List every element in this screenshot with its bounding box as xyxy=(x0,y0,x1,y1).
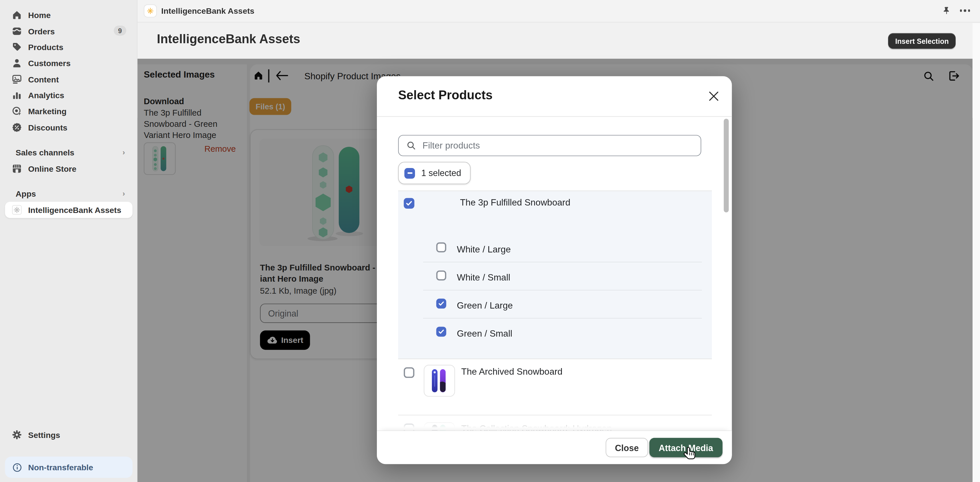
variant-row[interactable]: White / Large xyxy=(398,233,712,262)
close-icon[interactable] xyxy=(707,89,721,103)
target-cursor-icon xyxy=(11,105,23,117)
sidebar-item-label: IntelligenceBank Assets xyxy=(28,205,121,215)
variant-row[interactable]: Green / Large xyxy=(398,290,712,318)
list-divider xyxy=(398,358,712,359)
close-button[interactable]: Close xyxy=(605,438,648,457)
sidebar-item-label: Content xyxy=(28,75,59,84)
variant-checkbox-unchecked[interactable] xyxy=(436,271,446,281)
sidebar-item-discounts[interactable]: Discounts xyxy=(5,119,132,136)
section-label: Apps xyxy=(16,189,36,198)
row-divider xyxy=(423,290,702,290)
attach-media-button[interactable]: Attach Media xyxy=(649,438,722,457)
sidebar-item-label: Orders xyxy=(28,27,55,36)
variant-label: Green / Large xyxy=(457,301,512,311)
product-name[interactable]: The 3p Fulfilled Snowboard xyxy=(460,198,570,208)
sidebar-item-intelligencebank-assets[interactable]: IntelligenceBank Assets xyxy=(5,202,132,218)
banner-label: Non-transferable xyxy=(28,463,93,472)
variant-row[interactable]: Green / Small xyxy=(398,318,712,346)
home-icon xyxy=(11,9,23,21)
sidebar-item-customers[interactable]: Customers xyxy=(5,55,132,71)
sidebar-item-label: Settings xyxy=(28,430,60,440)
pin-icon[interactable] xyxy=(941,6,952,16)
modal-footer: Close Attach Media xyxy=(377,430,732,464)
more-menu-icon[interactable] xyxy=(960,10,970,12)
sidebar-item-label: Home xyxy=(28,10,51,20)
storefront-icon xyxy=(11,162,23,175)
window-right-gutter xyxy=(972,23,980,482)
page-title: IntelligenceBank Assets xyxy=(157,32,301,46)
search-icon xyxy=(406,141,417,151)
indeterminate-checkbox[interactable] xyxy=(404,168,415,178)
section-label: Sales channels xyxy=(16,148,75,157)
sidebar-item-label: Analytics xyxy=(28,90,64,100)
app-favicon xyxy=(144,5,156,17)
image-icon xyxy=(11,73,23,86)
sidebar-item-online-store[interactable]: Online Store xyxy=(5,160,132,177)
sidebar-item-label: Discounts xyxy=(28,123,67,132)
page-header: IntelligenceBank Assets Insert Selection xyxy=(137,23,980,59)
search-input[interactable] xyxy=(421,140,686,151)
variant-row[interactable]: White / Small xyxy=(398,262,712,290)
variant-label: White / Large xyxy=(457,244,511,254)
bar-chart-icon xyxy=(11,89,23,101)
sidebar-section-sales-channels[interactable]: Sales channels › xyxy=(5,144,132,160)
gear-icon xyxy=(11,428,23,441)
sidebar-item-label: Online Store xyxy=(28,164,76,173)
select-products-modal: Select Products 1 selected The 3p Fulfil… xyxy=(377,76,732,463)
orders-icon xyxy=(11,25,23,38)
sidebar-item-label: Marketing xyxy=(28,106,67,116)
product-checkbox-unchecked[interactable] xyxy=(404,367,414,378)
sidebar-item-content[interactable]: Content xyxy=(5,71,132,87)
modal-header-divider xyxy=(377,116,732,117)
insert-selection-button[interactable]: Insert Selection xyxy=(888,33,956,49)
row-divider xyxy=(423,262,702,262)
sidebar-item-settings[interactable]: Settings xyxy=(5,427,132,443)
non-transferable-banner[interactable]: Non-transferable xyxy=(5,457,132,478)
selected-count-label: 1 selected xyxy=(421,168,461,178)
list-bottom-fade xyxy=(377,414,722,430)
selected-count-chip[interactable]: 1 selected xyxy=(398,162,471,184)
variant-label: Green / Small xyxy=(457,328,512,339)
sidebar-item-label: Products xyxy=(28,42,63,52)
modal-title: Select Products xyxy=(398,88,493,103)
chevron-right-icon: › xyxy=(123,148,125,157)
variant-checkbox-unchecked[interactable] xyxy=(436,243,446,252)
sidebar-item-label: Customers xyxy=(28,59,70,68)
chevron-right-icon: › xyxy=(123,189,125,198)
app-tab-title: IntelligenceBank Assets xyxy=(161,6,254,16)
product-name: The Archived Snowboard xyxy=(461,367,563,377)
sidebar-item-products[interactable]: Products xyxy=(5,39,132,55)
sidebar: Home Orders 9 Products Customers Content… xyxy=(0,0,137,482)
product-thumbnail xyxy=(424,365,455,397)
product-group-3p-fulfilled: The 3p Fulfilled Snowboard White / Large… xyxy=(398,191,712,358)
filter-products-search[interactable] xyxy=(398,135,701,156)
modal-scrollbar-thumb[interactable] xyxy=(724,119,729,212)
row-divider xyxy=(423,318,702,319)
orders-count-badge: 9 xyxy=(114,25,126,35)
intelligencebank-logo-icon xyxy=(11,203,23,216)
sidebar-item-marketing[interactable]: Marketing xyxy=(5,103,132,119)
variant-checkbox-checked[interactable] xyxy=(436,327,446,336)
sidebar-section-apps[interactable]: Apps › xyxy=(5,186,132,202)
variant-label: White / Small xyxy=(457,273,510,282)
product-checkbox-checked[interactable] xyxy=(404,198,414,209)
app-tab-bar: IntelligenceBank Assets xyxy=(137,0,980,22)
product-row-archived[interactable]: The Archived Snowboard xyxy=(398,366,712,415)
discount-badge-icon xyxy=(11,121,23,134)
sidebar-item-home[interactable]: Home xyxy=(5,7,132,23)
sidebar-item-orders[interactable]: Orders 9 xyxy=(5,23,132,40)
person-icon xyxy=(11,57,23,70)
variant-checkbox-checked[interactable] xyxy=(436,298,446,309)
shopify-admin-window: Home Orders 9 Products Customers Content… xyxy=(0,0,980,482)
sidebar-item-analytics[interactable]: Analytics xyxy=(5,87,132,103)
tag-icon xyxy=(11,41,23,53)
info-icon xyxy=(11,461,23,474)
